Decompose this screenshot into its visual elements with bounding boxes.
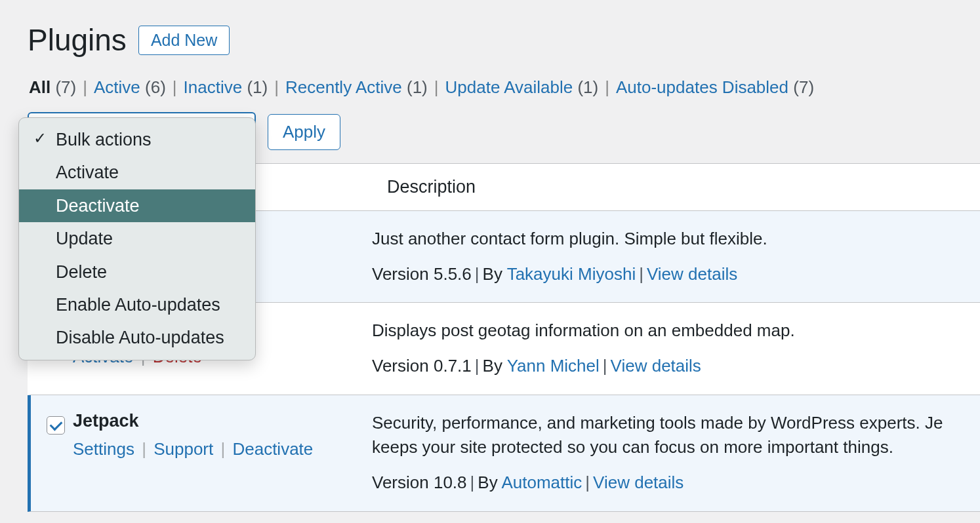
- action-separator: |: [216, 439, 230, 459]
- filter-count: (1): [577, 77, 598, 97]
- dropdown-option[interactable]: Delete: [19, 256, 255, 288]
- action-link[interactable]: Settings: [73, 439, 134, 459]
- filter-link[interactable]: Auto-updates Disabled: [616, 77, 788, 97]
- filter-count: (7): [55, 77, 76, 97]
- author-link[interactable]: Takayuki Miyoshi: [507, 264, 636, 284]
- row-checkbox[interactable]: [47, 416, 65, 435]
- action-separator: |: [137, 439, 151, 459]
- by-label: By: [483, 356, 507, 376]
- filter-separator: |: [434, 77, 439, 98]
- filter-separator: |: [274, 77, 279, 98]
- plugin-name: Jetpack: [73, 411, 359, 431]
- filter-separator: |: [83, 77, 87, 98]
- filter-count: (6): [145, 77, 166, 97]
- dropdown-option[interactable]: Activate: [19, 156, 255, 189]
- action-link[interactable]: Deactivate: [232, 439, 313, 459]
- column-header-description: Description: [387, 177, 476, 197]
- view-details-link[interactable]: View details: [647, 264, 737, 284]
- filter-count: (1): [247, 77, 268, 97]
- author-link[interactable]: Automattic: [501, 473, 582, 492]
- meta-separator: |: [603, 356, 607, 376]
- filter-link[interactable]: Update Available: [445, 77, 573, 97]
- table-row: JetpackSettings | Support | DeactivateSe…: [28, 395, 980, 512]
- plugin-meta: Version 10.8|By Automattic|View details: [372, 471, 968, 495]
- bulk-actions-dropdown[interactable]: Bulk actionsActivateDeactivateUpdateDele…: [18, 117, 256, 360]
- view-details-link[interactable]: View details: [611, 356, 701, 376]
- meta-separator: |: [470, 473, 475, 492]
- action-link[interactable]: Support: [153, 439, 213, 459]
- plugin-meta: Version 5.5.6|By Takayuki Miyoshi|View d…: [372, 262, 968, 287]
- filter-link-current[interactable]: All (7): [29, 77, 76, 98]
- plugin-version: Version 10.8: [372, 473, 467, 492]
- plugin-meta: Version 0.7.1|By Yann Michel|View detail…: [372, 354, 968, 379]
- dropdown-option[interactable]: Deactivate: [19, 189, 255, 222]
- meta-separator: |: [639, 264, 643, 284]
- dropdown-option[interactable]: Disable Auto-updates: [19, 321, 255, 354]
- meta-separator: |: [475, 356, 480, 376]
- add-new-button[interactable]: Add New: [138, 26, 230, 55]
- filter-separator: |: [173, 77, 177, 98]
- view-details-link[interactable]: View details: [593, 473, 684, 492]
- plugin-version: Version 5.5.6: [372, 264, 472, 284]
- filter-count: (1): [407, 77, 428, 97]
- filter-links: All (7)|Active (6)|Inactive (1)|Recently…: [0, 58, 980, 98]
- filter-link[interactable]: Active: [94, 77, 140, 97]
- dropdown-option[interactable]: Bulk actions: [19, 123, 255, 156]
- by-label: By: [483, 264, 507, 284]
- filter-link[interactable]: Recently Active: [285, 77, 402, 97]
- author-link[interactable]: Yann Michel: [507, 356, 600, 376]
- filter-link[interactable]: Inactive: [184, 77, 243, 97]
- plugin-description: Just another contact form plugin. Simple…: [372, 227, 968, 252]
- dropdown-option[interactable]: Update: [19, 222, 255, 255]
- by-label: By: [478, 473, 501, 492]
- page-title: Plugins: [28, 22, 127, 58]
- dropdown-option[interactable]: Enable Auto-updates: [19, 288, 255, 321]
- filter-separator: |: [605, 77, 609, 98]
- plugin-version: Version 0.7.1: [372, 356, 472, 376]
- filter-count: (7): [793, 77, 814, 97]
- apply-button[interactable]: Apply: [268, 114, 340, 150]
- plugin-description: Security, performance, and marketing too…: [372, 411, 968, 460]
- row-actions: Settings | Support | Deactivate: [73, 439, 359, 459]
- meta-separator: |: [475, 264, 480, 284]
- meta-separator: |: [585, 473, 590, 492]
- plugin-description: Displays post geotag information on an e…: [372, 319, 968, 343]
